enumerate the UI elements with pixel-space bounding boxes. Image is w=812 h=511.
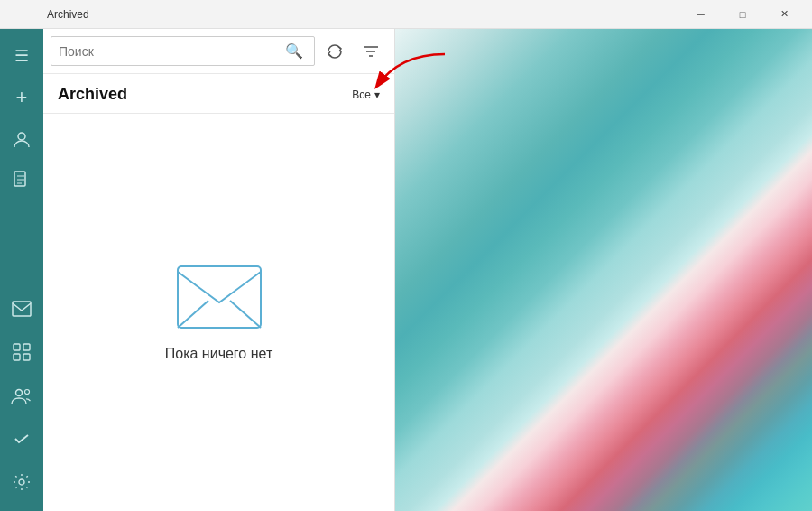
svg-rect-13: [178, 266, 261, 328]
sidebar-bottom-icons: [2, 289, 42, 511]
person-icon[interactable]: [2, 119, 42, 159]
add-icon[interactable]: +: [2, 78, 42, 117]
svg-rect-1: [14, 172, 25, 186]
empty-state-text: Пока ничего нет: [165, 346, 272, 362]
right-background: [395, 29, 812, 511]
filter-label: Все: [352, 88, 371, 101]
settings-icon[interactable]: [2, 462, 42, 502]
team-icon[interactable]: [2, 376, 42, 415]
envelope-illustration: [174, 263, 264, 331]
chevron-down-icon: ▾: [374, 88, 380, 101]
panel-header: Archived Все ▾: [43, 74, 394, 114]
title-bar: Archived ─ □ ✕: [0, 0, 812, 29]
filter-button[interactable]: [355, 37, 387, 66]
maximize-button[interactable]: □: [722, 0, 763, 29]
mail-icon[interactable]: [2, 289, 42, 329]
app-container: ☰ +: [0, 29, 812, 511]
svg-point-0: [18, 133, 25, 140]
toolbar-icons: [318, 37, 387, 66]
panel-title: Archived: [58, 85, 127, 104]
tasks-icon[interactable]: [2, 419, 42, 459]
search-bar: 🔍: [43, 29, 394, 74]
svg-rect-6: [23, 354, 30, 360]
filter-dropdown[interactable]: Все ▾: [352, 88, 380, 101]
minimize-button[interactable]: ─: [680, 0, 722, 29]
sync-button[interactable]: [318, 37, 351, 66]
svg-point-7: [16, 390, 23, 396]
svg-rect-4: [23, 344, 30, 350]
svg-rect-3: [14, 344, 20, 350]
close-button[interactable]: ✕: [763, 0, 805, 29]
grid-icon[interactable]: [2, 332, 42, 372]
empty-state: Пока ничего нет: [43, 114, 394, 511]
svg-point-8: [25, 390, 30, 395]
panel: 🔍: [43, 29, 395, 511]
search-button[interactable]: 🔍: [281, 41, 307, 61]
menu-icon[interactable]: ☰: [2, 36, 42, 76]
svg-rect-5: [14, 354, 20, 360]
sidebar-narrow: ☰ +: [0, 29, 43, 511]
document-icon[interactable]: [2, 161, 42, 200]
svg-rect-2: [13, 302, 31, 316]
title-bar-controls: ─ □ ✕: [680, 0, 805, 29]
svg-point-9: [19, 479, 24, 485]
search-input[interactable]: [59, 44, 281, 59]
title-bar-title: Archived: [47, 8, 89, 21]
search-input-wrap: 🔍: [51, 36, 315, 66]
